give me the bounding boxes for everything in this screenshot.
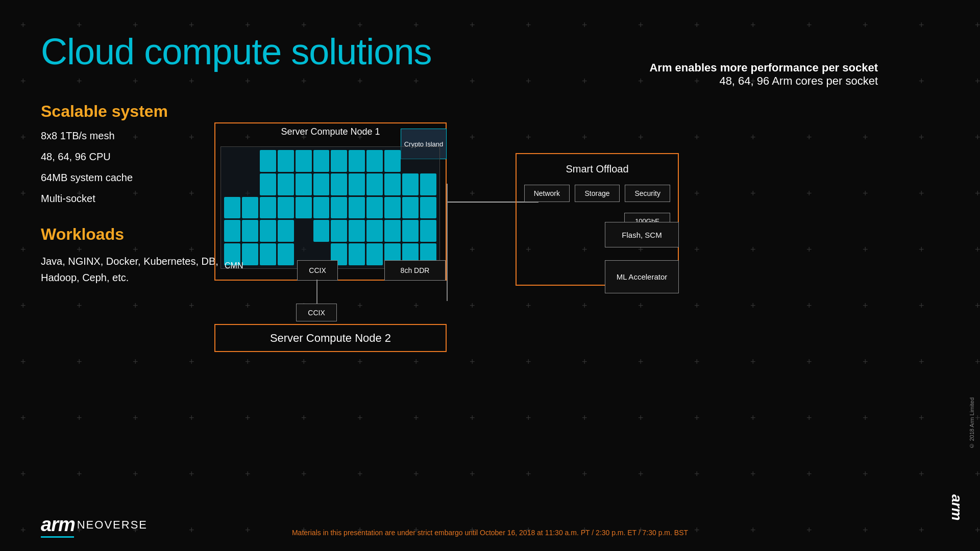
cpu-cell bbox=[296, 197, 312, 219]
perf-sub-line: 48, 64, 96 Arm cores per socket bbox=[649, 74, 878, 88]
security-button: Security bbox=[625, 185, 670, 202]
cpu-cell bbox=[224, 220, 240, 242]
cpu-cell bbox=[278, 150, 294, 172]
cpu-cell bbox=[260, 220, 276, 242]
cpu-cell bbox=[242, 173, 258, 195]
ddr-label: 8ch DDR bbox=[401, 266, 430, 274]
bullet-mesh: 8x8 1TB/s mesh bbox=[41, 130, 219, 142]
cpu-cell bbox=[402, 150, 419, 172]
arm-underline bbox=[41, 536, 74, 538]
cpu-cell bbox=[349, 220, 365, 242]
scn1-label: Server Compute Node 1 bbox=[281, 122, 380, 141]
embargo-text: Materials in this presentation are under… bbox=[292, 529, 688, 537]
scn2-label: Server Compute Node 2 bbox=[270, 332, 391, 345]
cpu-cell bbox=[349, 173, 365, 195]
perf-bold-line: Arm enables more performance per socket bbox=[649, 61, 878, 74]
cpu-cell bbox=[278, 243, 294, 265]
cpu-cell bbox=[260, 173, 276, 195]
ccix-box-top: CCIX bbox=[297, 260, 338, 281]
arm-text: arm bbox=[41, 514, 75, 535]
storage-button: Storage bbox=[575, 185, 620, 202]
cpu-cell bbox=[384, 220, 401, 242]
scn2-box: Server Compute Node 2 bbox=[214, 324, 447, 352]
cpu-cell bbox=[366, 243, 383, 265]
cpu-cell bbox=[331, 220, 347, 242]
cpu-cell bbox=[224, 150, 240, 172]
cpu-cell bbox=[420, 220, 436, 242]
cpu-cell bbox=[278, 173, 294, 195]
cpu-cell bbox=[278, 197, 294, 219]
cpu-cell bbox=[384, 197, 401, 219]
scalable-heading: Scalable system bbox=[41, 102, 219, 121]
cpu-cell bbox=[224, 173, 240, 195]
cpu-cell bbox=[420, 197, 436, 219]
cmn-label: CMN bbox=[225, 261, 243, 270]
ml-label: ML Accelerator bbox=[617, 272, 668, 281]
cpu-cell bbox=[242, 220, 258, 242]
arm-logo-right: arm bbox=[948, 494, 965, 520]
bullet-cache: 64MB system cache bbox=[41, 172, 219, 184]
cpu-cell bbox=[242, 197, 258, 219]
cpu-cell bbox=[349, 150, 365, 172]
cpu-cell bbox=[260, 150, 276, 172]
copyright-text: © 2018 Arm Limited bbox=[969, 397, 975, 449]
cpu-cell bbox=[313, 150, 330, 172]
cpu-cell bbox=[402, 173, 419, 195]
bullet-cpu: 48, 64, 96 CPU bbox=[41, 151, 219, 163]
cpu-cell bbox=[242, 150, 258, 172]
left-column: Scalable system 8x8 1TB/s mesh 48, 64, 9… bbox=[41, 102, 219, 295]
ccix-label-2: CCIX bbox=[308, 309, 325, 317]
flash-label: Flash, SCM bbox=[622, 231, 662, 239]
cpu-cell bbox=[366, 220, 383, 242]
workloads-section: Workloads Java, NGINX, Docker, Kubernete… bbox=[41, 225, 219, 286]
cpu-cell bbox=[366, 150, 383, 172]
smart-offload-title: Smart Offload bbox=[566, 163, 628, 175]
cpu-cell bbox=[420, 173, 436, 195]
cpu-cell bbox=[349, 243, 365, 265]
ccix-mid-box: CCIX bbox=[296, 304, 337, 321]
cpu-cell bbox=[296, 220, 312, 242]
cpu-cell bbox=[366, 173, 383, 195]
cpu-cell bbox=[331, 173, 347, 195]
cpu-cell bbox=[313, 197, 330, 219]
cpu-cell bbox=[296, 150, 312, 172]
cpu-cell bbox=[278, 220, 294, 242]
scn1-box: Server Compute Node 1 Crypto Island CMN … bbox=[214, 122, 447, 281]
cpu-cell bbox=[331, 150, 347, 172]
network-button: Network bbox=[524, 185, 570, 202]
arm-right-text: arm bbox=[949, 494, 965, 520]
cpu-cell bbox=[402, 197, 419, 219]
workloads-text: Java, NGINX, Docker, Kubernetes, DB, Had… bbox=[41, 253, 219, 286]
arm-logo: arm NEOVERSE bbox=[41, 514, 148, 536]
cpu-cell bbox=[313, 220, 330, 242]
ddr-box: 8ch DDR bbox=[384, 260, 446, 281]
main-title: Cloud compute solutions bbox=[41, 31, 431, 72]
bullet-multisocket: Multi-socket bbox=[41, 193, 219, 205]
diagram-area: Server Compute Node 1 Crypto Island CMN … bbox=[214, 122, 674, 352]
workloads-heading: Workloads bbox=[41, 225, 219, 244]
cpu-cell bbox=[260, 197, 276, 219]
cpu-cell bbox=[331, 197, 347, 219]
cpu-cell bbox=[384, 150, 401, 172]
cpu-cell bbox=[349, 197, 365, 219]
smart-offload-buttons: Network Storage Security bbox=[524, 185, 670, 202]
cpu-cell bbox=[384, 173, 401, 195]
cpu-cell bbox=[313, 173, 330, 195]
cpu-grid bbox=[220, 146, 440, 269]
ml-accelerator-box: ML Accelerator bbox=[605, 260, 679, 293]
cpu-cell bbox=[224, 197, 240, 219]
cpu-cell bbox=[260, 243, 276, 265]
cpu-cell bbox=[420, 150, 436, 172]
neoverse-text: NEOVERSE bbox=[77, 518, 148, 532]
cpu-cell bbox=[296, 173, 312, 195]
cpu-cell bbox=[366, 197, 383, 219]
vert-line-right bbox=[447, 184, 448, 301]
flash-scm-box: Flash, SCM bbox=[605, 222, 679, 247]
performance-text: Arm enables more performance per socket … bbox=[649, 61, 878, 88]
cpu-cell bbox=[242, 243, 258, 265]
ccix-label-1: CCIX bbox=[309, 266, 326, 274]
cpu-cell bbox=[402, 220, 419, 242]
